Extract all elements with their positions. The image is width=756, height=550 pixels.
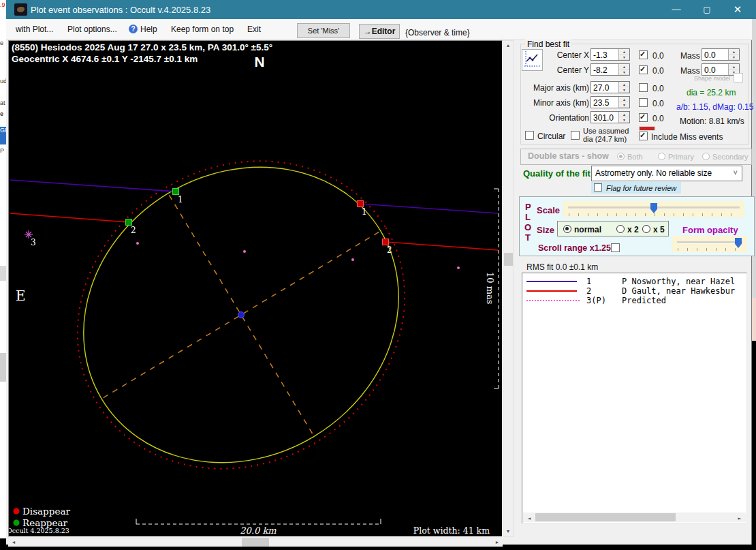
include-miss-checkbox[interactable] [639, 132, 648, 140]
use-assumed-dia-checkbox[interactable] [571, 131, 580, 140]
mass-x-spin-arrows[interactable]: ▲▼ [728, 49, 739, 60]
listbox-horizontal-scrollbar[interactable]: ◄ ► [523, 513, 746, 522]
reappear-marker-chord2[interactable] [126, 219, 132, 226]
size-x5-radio[interactable] [642, 225, 650, 233]
plot-hscroll-thumb[interactable] [242, 538, 269, 547]
center-y-fit-checkbox[interactable] [639, 65, 648, 74]
close-button[interactable]: ✕ [723, 0, 752, 19]
listbox-scroll-right-icon[interactable]: ► [735, 515, 744, 523]
major-axis-spinner[interactable]: 27.0 ▲▼ [590, 81, 630, 93]
orientation-error: 0.0 [652, 114, 664, 123]
quality-combobox[interactable]: Astrometry only. No reliable size ˅ [591, 166, 742, 181]
center-y-error: 0.0 [652, 66, 664, 76]
scroll-down-icon[interactable]: ▼ [503, 528, 513, 536]
scale-label: Scale [537, 205, 560, 215]
listbox-hscroll-thumb[interactable] [535, 513, 676, 521]
disappear-legend-label: Disappear [22, 506, 70, 517]
use-assumed-label-1: Use assumed [583, 127, 629, 135]
scroll-right-icon[interactable]: ► [492, 538, 502, 547]
scroll-up-icon[interactable]: ▲ [503, 42, 513, 50]
menu-with-plot[interactable]: with Plot... [16, 25, 53, 34]
help-icon[interactable]: ? [129, 25, 138, 33]
center-x-spin-arrows[interactable]: ▲▼ [618, 49, 629, 60]
diameter-label: dia = 25.2 km [687, 88, 736, 97]
size-label: Size [537, 225, 554, 235]
disappear-marker-chord1[interactable] [358, 201, 364, 207]
plot-area[interactable]: (8550) Hesiodos 2025 Aug 17 27.0 x 23.5 … [8, 40, 503, 537]
plot-vertical-scrollbar[interactable]: ▲ ▼ [503, 40, 514, 537]
chord2-left-segment[interactable] [10, 213, 129, 222]
scroll-range-checkbox[interactable] [611, 243, 620, 252]
double-secondary-radio[interactable] [702, 153, 710, 160]
form-opacity-thumb[interactable] [735, 238, 742, 248]
set-miss-times-button[interactable]: Set 'Miss' Times [297, 23, 350, 38]
scroll-left-icon[interactable]: ◄ [9, 538, 18, 547]
observation-1-num: 1 [586, 277, 591, 286]
observation-row-1[interactable]: 1 P Nosworthy, near Hazel [522, 277, 747, 286]
disappear-marker-chord2[interactable] [383, 239, 389, 245]
minimize-button[interactable]: — [662, 0, 691, 19]
ab-dmag-label: a/b: 1.15, dMag: 0.15 [676, 102, 753, 112]
orientation-label: Orientation [522, 113, 589, 123]
observation-3-num: 3(P) [586, 296, 606, 305]
scale-slider[interactable] [563, 201, 744, 217]
ellipse-center-marker[interactable] [238, 312, 245, 318]
orientation-fit-checkbox[interactable] [639, 113, 648, 122]
major-axis-spin-arrows[interactable]: ▲▼ [618, 82, 629, 93]
chord1-right-segment[interactable] [360, 204, 498, 213]
major-axis-value: 27.0 [593, 83, 609, 93]
flag-review-checkbox[interactable] [594, 183, 602, 192]
chevron-down-icon: ˅ [734, 168, 738, 177]
observation-row-2[interactable]: 2 D Gault, near Hawkesbur [522, 286, 747, 296]
plot-title-line1: (8550) Hesiodos 2025 Aug 17 27.0 x 23.5 … [12, 42, 272, 52]
double-both-radio[interactable] [617, 153, 625, 160]
scale-slider-thumb[interactable] [650, 203, 657, 213]
menu-bar: with Plot... Plot options... ? Help Keep… [6, 19, 752, 40]
reappear-legend-icon [14, 520, 20, 526]
observation-1-text: P Nosworthy, near Hazel [622, 277, 735, 286]
menu-plot-options[interactable]: Plot options... [67, 25, 117, 34]
form-opacity-slider[interactable] [672, 236, 747, 252]
screen: .9 e ud at e GP P Plot event observation… [0, 0, 756, 550]
size-x2-radio[interactable] [616, 225, 625, 233]
mass-x-spinner[interactable]: 0.0 ▲▼ [702, 48, 740, 61]
orientation-spinner[interactable]: 301.0 ▲▼ [590, 111, 630, 123]
center-y-spin-arrows[interactable]: ▲▼ [618, 64, 629, 75]
circular-checkbox[interactable] [525, 131, 534, 140]
menu-help[interactable]: Help [140, 25, 157, 34]
menu-keep-on-top[interactable]: Keep form on top [171, 25, 234, 34]
background-window-left: .9 e ud at e GP P [0, 0, 6, 538]
mas-scale-label: 10 mas [485, 272, 495, 304]
double-stars-title: Double stars - show [528, 151, 609, 161]
east-label: E [16, 288, 26, 304]
form-opacity-ticks [678, 248, 742, 251]
minor-axis-fit-checkbox[interactable] [639, 98, 648, 107]
center-y-spinner[interactable]: -8.2 ▲▼ [590, 63, 630, 76]
minor-axis-spin-arrows[interactable]: ▲▼ [618, 97, 629, 108]
predicted-line-sample [526, 300, 580, 301]
orientation-value: 301.0 [593, 113, 614, 123]
chord2-right-segment[interactable] [386, 242, 498, 250]
plot-horizontal-scrollbar[interactable]: ◄ ► [8, 538, 503, 547]
north-label: N [254, 54, 264, 70]
major-axis-fit-checkbox[interactable] [639, 83, 648, 92]
shape-model-checkbox[interactable] [734, 73, 743, 82]
double-primary-radio[interactable] [658, 153, 665, 160]
center-x-spinner[interactable]: -1.3 ▲▼ [590, 48, 630, 61]
orientation-spin-arrows[interactable]: ▲▼ [618, 112, 629, 123]
plot-vscroll-thumb[interactable] [504, 253, 513, 266]
chord1-left-segment[interactable] [10, 180, 176, 192]
chord2-label-right: 2 [387, 245, 392, 255]
editor-button[interactable]: →Editor [359, 24, 400, 39]
center-x-fit-checkbox[interactable] [639, 50, 648, 59]
observation-row-3[interactable]: 3(P) Predicted [522, 296, 747, 305]
maximize-button[interactable]: ▢ [693, 0, 721, 19]
size-normal-radio[interactable] [563, 225, 571, 233]
listbox-scroll-left-icon[interactable]: ◄ [524, 515, 534, 523]
reappear-marker-chord1[interactable] [173, 189, 179, 195]
observations-listbox[interactable]: 1 P Nosworthy, near Hazel 2 D Gault, nea… [522, 273, 747, 523]
minor-axis-spinner[interactable]: 23.5 ▲▼ [590, 96, 630, 108]
minor-axis-label: Minor axis (km) [522, 98, 589, 108]
chord1-label-left: 1 [178, 195, 183, 204]
menu-exit[interactable]: Exit [247, 25, 261, 34]
